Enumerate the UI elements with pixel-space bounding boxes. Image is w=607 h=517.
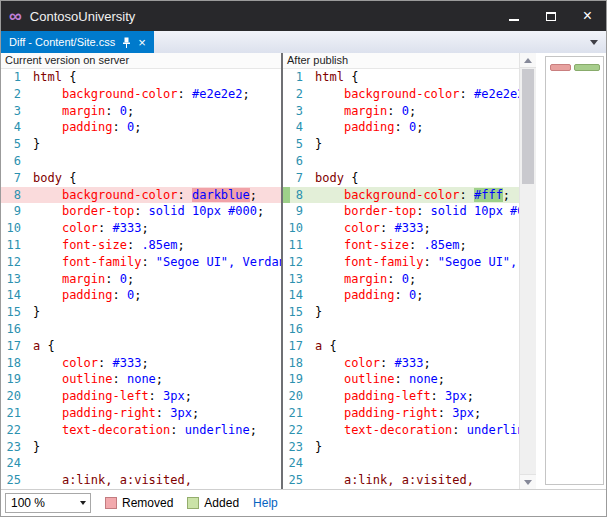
diff-map[interactable] bbox=[545, 56, 604, 485]
code-line: 19 outline: none; bbox=[283, 371, 519, 388]
line-number: 4 bbox=[283, 119, 315, 136]
line-number: 10 bbox=[283, 220, 315, 237]
code-text: body { bbox=[33, 170, 76, 187]
line-number: 8 bbox=[1, 187, 33, 204]
code-line: 7body { bbox=[1, 170, 281, 187]
line-number: 23 bbox=[283, 439, 315, 456]
code-line: 16 bbox=[1, 321, 281, 338]
code-text: html { bbox=[33, 69, 76, 86]
line-number: 17 bbox=[1, 338, 33, 355]
line-number: 3 bbox=[1, 103, 33, 120]
diff-map-mark-added[interactable] bbox=[574, 64, 600, 71]
code-line: 16 bbox=[283, 321, 519, 338]
code-text: padding: 0; bbox=[315, 119, 423, 136]
right-code[interactable]: 1html {2 background-color: #e2e2e2;3 mar… bbox=[283, 69, 519, 489]
left-code[interactable]: 1html {2 background-color: #e2e2e2;3 mar… bbox=[1, 69, 281, 489]
vertical-scrollbar[interactable] bbox=[519, 53, 536, 489]
window-controls: × bbox=[495, 1, 606, 31]
diff-view: Current version on server 1html {2 backg… bbox=[1, 53, 606, 489]
code-line: 9 border-top: solid 10px #000; bbox=[283, 203, 519, 220]
pin-icon[interactable] bbox=[122, 37, 131, 48]
code-text: a { bbox=[315, 338, 337, 355]
code-text: margin: 0; bbox=[315, 103, 416, 120]
legend-removed-label: Removed bbox=[122, 496, 173, 510]
code-line: 2 background-color: #e2e2e2; bbox=[1, 86, 281, 103]
line-number: 5 bbox=[1, 136, 33, 153]
code-line: 21 padding-right: 3px; bbox=[1, 405, 281, 422]
code-line: 24 bbox=[283, 455, 519, 472]
code-text: padding-left: 3px; bbox=[315, 388, 474, 405]
code-line: 1html { bbox=[283, 69, 519, 86]
code-text: padding: 0; bbox=[315, 287, 423, 304]
code-text: padding-right: 3px; bbox=[33, 405, 199, 422]
line-number: 12 bbox=[283, 254, 315, 271]
code-line: 25 a:link, a:visited, bbox=[1, 472, 281, 489]
code-line: 8 background-color: darkblue; bbox=[1, 187, 281, 204]
line-number: 16 bbox=[1, 321, 33, 338]
left-pane: Current version on server 1html {2 backg… bbox=[1, 53, 281, 489]
code-line: 14 padding: 0; bbox=[1, 287, 281, 304]
code-text: font-family: "Segoe UI", Verdana, Helvet… bbox=[33, 254, 281, 271]
scroll-up-button[interactable] bbox=[520, 53, 536, 68]
code-line: 19 outline: none; bbox=[1, 371, 281, 388]
line-number: 13 bbox=[283, 271, 315, 288]
minimize-button[interactable] bbox=[495, 1, 532, 31]
line-number: 1 bbox=[283, 69, 315, 86]
line-number: 24 bbox=[1, 455, 33, 472]
tab-diff-site-css[interactable]: Diff - Content/Site.css × bbox=[1, 31, 154, 53]
code-line: 13 margin: 0; bbox=[283, 271, 519, 288]
code-line: 21 padding-right: 3px; bbox=[283, 405, 519, 422]
close-button[interactable]: × bbox=[569, 1, 606, 31]
code-line: 1html { bbox=[1, 69, 281, 86]
code-line: 4 padding: 0; bbox=[283, 119, 519, 136]
line-number: 5 bbox=[283, 136, 315, 153]
code-line: 23} bbox=[283, 439, 519, 456]
line-number: 24 bbox=[283, 455, 315, 472]
code-text: } bbox=[33, 136, 40, 153]
code-line: 23} bbox=[1, 439, 281, 456]
code-text: background-color: #fff; bbox=[315, 187, 510, 204]
line-number: 12 bbox=[1, 254, 33, 271]
close-icon: × bbox=[583, 8, 592, 24]
tab-close-icon[interactable]: × bbox=[138, 36, 146, 49]
zoom-select[interactable]: 100 % bbox=[5, 493, 91, 513]
line-number: 3 bbox=[283, 103, 315, 120]
document-list-dropdown-icon[interactable] bbox=[590, 40, 598, 45]
line-number: 14 bbox=[1, 287, 33, 304]
line-number: 17 bbox=[283, 338, 315, 355]
code-text: border-top: solid 10px #000; bbox=[315, 203, 519, 220]
line-number: 23 bbox=[1, 439, 33, 456]
line-number: 15 bbox=[1, 304, 33, 321]
code-text: body { bbox=[315, 170, 358, 187]
help-link[interactable]: Help bbox=[253, 496, 278, 510]
code-line: 2 background-color: #e2e2e2; bbox=[283, 86, 519, 103]
code-line: 5} bbox=[283, 136, 519, 153]
code-text: } bbox=[315, 304, 322, 321]
code-line: 18 color: #333; bbox=[283, 355, 519, 372]
line-number: 14 bbox=[283, 287, 315, 304]
code-line: 20 padding-left: 3px; bbox=[1, 388, 281, 405]
line-number: 25 bbox=[283, 472, 315, 489]
code-text: a:link, a:visited, bbox=[33, 472, 192, 489]
code-line: 18 color: #333; bbox=[1, 355, 281, 372]
line-number: 16 bbox=[283, 321, 315, 338]
legend-added: Added bbox=[187, 496, 239, 510]
code-line: 22 text-decoration: underline; bbox=[283, 422, 519, 439]
diff-map-mark-removed[interactable] bbox=[550, 64, 571, 71]
maximize-button[interactable] bbox=[532, 1, 569, 31]
code-text: padding: 0; bbox=[33, 287, 141, 304]
window-title: ContosoUniversity bbox=[30, 9, 136, 24]
code-line: 15} bbox=[1, 304, 281, 321]
line-number: 9 bbox=[283, 203, 315, 220]
line-number: 18 bbox=[283, 355, 315, 372]
code-text: font-family: "Segoe UI", Verdana, Helvet… bbox=[315, 254, 519, 271]
code-line: 8 background-color: #fff; bbox=[283, 187, 519, 204]
code-text: } bbox=[33, 439, 40, 456]
scrollbar-thumb[interactable] bbox=[522, 69, 534, 184]
code-line: 24 bbox=[1, 455, 281, 472]
line-number: 10 bbox=[1, 220, 33, 237]
line-number: 4 bbox=[1, 119, 33, 136]
minimize-icon bbox=[509, 19, 519, 21]
scroll-down-button[interactable] bbox=[520, 474, 536, 489]
removed-swatch-icon bbox=[105, 497, 117, 509]
